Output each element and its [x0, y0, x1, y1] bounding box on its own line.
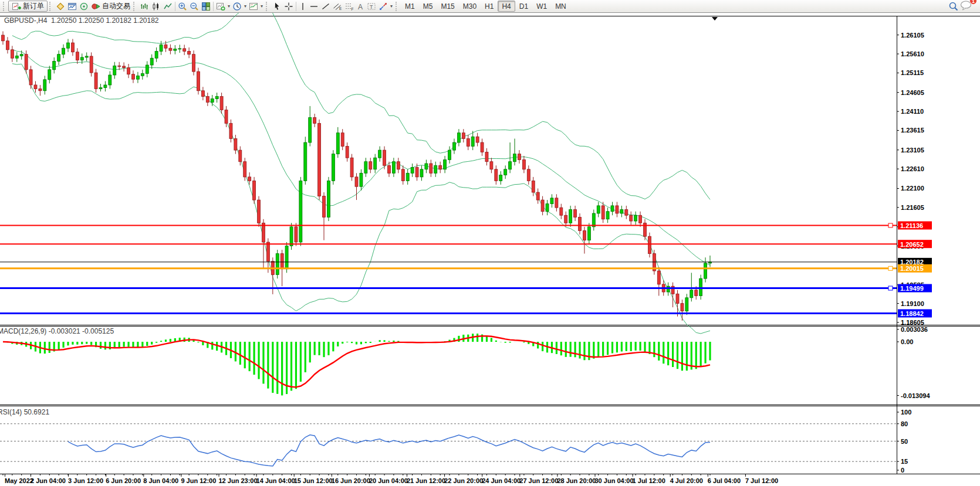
timeframe-m5-button[interactable]: M5 — [419, 1, 437, 12]
timeframe-w1-button[interactable]: W1 — [532, 1, 551, 12]
timeframe-m1-button[interactable]: M1 — [401, 1, 419, 12]
equidistant-channel-button[interactable]: E — [332, 1, 343, 12]
time-axis-label: 16 Jun 20:00 — [332, 477, 370, 484]
auto-trading-button[interactable]: 自动交易 — [90, 1, 131, 12]
bar-chart-button[interactable] — [138, 1, 150, 12]
tile-windows-button[interactable] — [200, 1, 212, 12]
periods-dropdown-caret[interactable]: ▾ — [244, 4, 246, 9]
toolbar-separator — [175, 2, 175, 11]
svg-text:1.18605: 1.18605 — [901, 319, 924, 326]
new-order-button[interactable]: 新订单 — [8, 1, 48, 12]
vertical-line-button[interactable] — [298, 1, 308, 12]
svg-text:0: 0 — [901, 467, 904, 474]
signal-button[interactable] — [78, 1, 90, 12]
time-axis-label: 4 Jul 20:00 — [670, 477, 703, 484]
toolbar-grip[interactable] — [49, 2, 53, 11]
svg-text:1.20652: 1.20652 — [900, 241, 924, 248]
arrows-dropdown-caret[interactable]: ▾ — [390, 4, 393, 9]
zoom-out-button[interactable] — [188, 1, 200, 12]
cursor-button[interactable] — [271, 1, 283, 12]
chart-window-button[interactable] — [66, 1, 78, 12]
auto-trading-icon — [91, 2, 100, 11]
svg-text:A: A — [358, 2, 363, 11]
svg-text:80: 80 — [901, 420, 908, 427]
search-button[interactable] — [947, 1, 960, 12]
time-axis-label: 27 Jun 12:00 — [519, 477, 558, 484]
templates-dropdown-caret[interactable]: ▾ — [261, 4, 263, 9]
indicators-dropdown-caret[interactable]: ▾ — [228, 4, 230, 9]
svg-text:1.24110: 1.24110 — [901, 108, 924, 115]
timeframe-mn-button[interactable]: MN — [551, 1, 570, 12]
text-a-icon: A — [356, 2, 364, 11]
indicators-button[interactable]: ▾ — [215, 1, 231, 12]
arrows-button[interactable]: ▾ — [377, 1, 394, 12]
toolbar-grip[interactable] — [266, 2, 269, 11]
candlestick-chart-button[interactable] — [150, 1, 162, 12]
auto-trading-label: 自动交易 — [102, 1, 130, 11]
time-axis-label: 22 Jun 20:00 — [444, 477, 483, 484]
svg-text:1.20015: 1.20015 — [900, 265, 924, 272]
hline-handle[interactable] — [888, 223, 893, 227]
rsi-level-lines — [0, 424, 897, 461]
svg-text:T: T — [370, 4, 373, 9]
svg-text:1.25115: 1.25115 — [901, 69, 924, 76]
time-axis[interactable]: May 20222 Jun 04:003 Jun 12:006 Jun 20:0… — [3, 474, 778, 484]
notifications-button[interactable]: 1 — [960, 0, 973, 12]
time-axis-label: 15 Jun 12:00 — [294, 477, 333, 484]
hline-handle[interactable] — [888, 266, 893, 270]
zoom-out-icon — [190, 2, 199, 11]
time-axis-label: 14 Jun 04:00 — [256, 477, 295, 484]
timeframe-m30-button[interactable]: M30 — [459, 1, 481, 12]
arrows-icon — [379, 2, 388, 11]
zoom-in-button[interactable] — [177, 1, 188, 12]
line-chart-button[interactable] — [162, 1, 174, 12]
timeframe-h1-button[interactable]: H1 — [481, 1, 498, 12]
text-label-button[interactable]: T — [366, 1, 377, 12]
time-axis-label: 8 Jun 04:00 — [143, 477, 178, 484]
vertical-line-icon — [299, 2, 307, 11]
time-axis-label: 24 Jun 04:00 — [482, 477, 521, 484]
fibonacci-button[interactable]: F — [343, 1, 355, 12]
horizontal-line-button[interactable] — [308, 1, 320, 12]
svg-text:F: F — [352, 6, 354, 11]
time-axis-label: 20 Jun 04:00 — [369, 477, 408, 484]
crosshair-button[interactable] — [283, 1, 295, 12]
horizontal-line-icon — [309, 2, 319, 11]
time-axis-label: 9 Jun 12:00 — [181, 477, 216, 484]
chart-shift-marker[interactable] — [712, 17, 718, 21]
toolbar-grip[interactable] — [3, 2, 6, 11]
horizontal-lines[interactable] — [0, 223, 897, 313]
timeframe-h4-button[interactable]: H4 — [498, 1, 515, 12]
timeframe-m15-button[interactable]: M15 — [437, 1, 458, 12]
time-axis-label: 7 Jul 12:00 — [745, 477, 778, 484]
periods-button[interactable]: ▾ — [231, 1, 248, 12]
cursor-icon — [272, 2, 282, 11]
time-axis-label: 3 Jun 12:00 — [68, 477, 103, 484]
template-icon — [249, 2, 258, 11]
market-watch-button[interactable] — [55, 1, 66, 12]
svg-text:1.21605: 1.21605 — [901, 204, 924, 211]
svg-text:1.23105: 1.23105 — [901, 147, 924, 154]
svg-text:1.22610: 1.22610 — [901, 165, 924, 172]
time-axis-label: 12 Jun 23:00 — [219, 477, 258, 484]
time-axis-label: 1 Jul 12:00 — [633, 477, 665, 484]
text-button[interactable]: A — [355, 1, 366, 12]
templates-button[interactable]: ▾ — [248, 1, 264, 12]
toolbar-grip[interactable] — [133, 2, 137, 11]
price-chart-canvas[interactable]: 1.261051.256101.251151.246051.241101.236… — [0, 13, 980, 486]
svg-text:-0.013094: -0.013094 — [901, 392, 930, 399]
toolbar-grip[interactable] — [396, 2, 399, 11]
svg-text:1.24605: 1.24605 — [901, 89, 924, 96]
time-axis-label: 2 Jun 04:00 — [31, 477, 66, 484]
timeframe-d1-button[interactable]: D1 — [515, 1, 532, 12]
search-icon — [948, 1, 959, 12]
svg-text:1.19100: 1.19100 — [901, 300, 924, 307]
hline-handle[interactable] — [888, 286, 893, 290]
trendline-icon — [321, 2, 330, 11]
toolbar-separator — [296, 2, 296, 11]
time-axis-label: 30 Jun 04:00 — [595, 477, 634, 484]
time-axis-label: 6 Jul 04:00 — [708, 477, 741, 484]
svg-text:1.26105: 1.26105 — [901, 32, 924, 39]
trendline-button[interactable] — [320, 1, 332, 12]
chart-window-icon — [67, 2, 77, 11]
